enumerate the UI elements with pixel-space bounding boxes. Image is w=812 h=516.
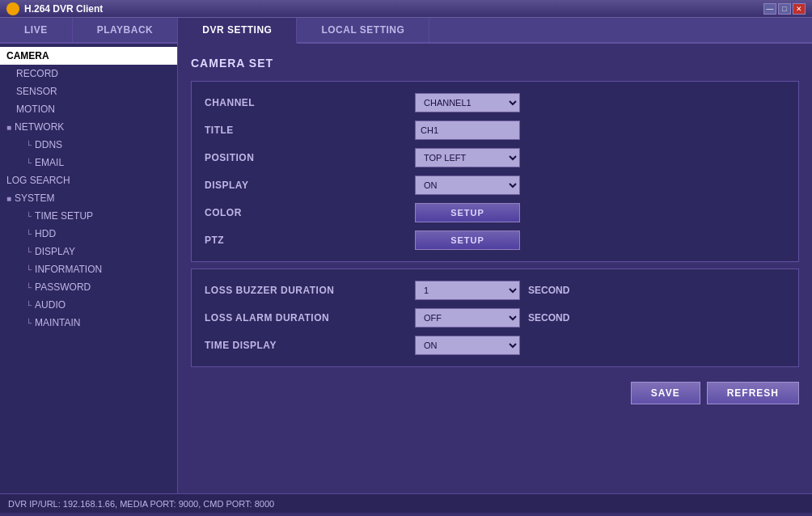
save-button[interactable]: SAVE: [631, 382, 700, 404]
title-bar: H.264 DVR Client — □ ✕: [0, 0, 812, 18]
control-display: ONOFF: [415, 176, 528, 195]
control-position: TOP LEFTTOP RIGHTBOTTOM LEFTBOTTOM RIGHT: [415, 148, 528, 167]
window-controls: — □ ✕: [763, 3, 806, 15]
sidebar-item-camera[interactable]: CAMERA: [0, 47, 177, 65]
control-color: SETUP: [415, 203, 528, 222]
sidebar: CAMERARECORDSENSORMOTION■ NETWORK└ DDNS└…: [0, 44, 178, 493]
form-row-position: POSITIONTOP LEFTTOP RIGHTBOTTOM LEFTBOTT…: [205, 148, 785, 167]
sidebar-item-sensor[interactable]: SENSOR: [0, 82, 177, 100]
unit-loss-buzzer: SECOND: [528, 285, 569, 296]
control-channel: CHANNEL1CHANNEL2CHANNEL3CHANNEL4: [415, 93, 528, 112]
content-area: CAMERA SET CHANNELCHANNEL1CHANNEL2CHANNE…: [178, 44, 812, 493]
label-display: DISPLAY: [205, 180, 415, 191]
form-row-display: DISPLAYONOFF: [205, 176, 785, 195]
control-ptz: SETUP: [415, 231, 528, 250]
refresh-button[interactable]: REFRESH: [707, 382, 799, 404]
sidebar-item-time-setup[interactable]: └ TIME SETUP: [0, 207, 177, 225]
sidebar-item-password[interactable]: └ PASSWORD: [0, 278, 177, 296]
label-ptz: PTZ: [205, 235, 415, 246]
nav-tab-dvr-setting[interactable]: DVR SETTING: [178, 18, 297, 44]
select-display[interactable]: ONOFF: [415, 176, 520, 195]
label-channel: CHANNEL: [205, 97, 415, 108]
select-loss-buzzer[interactable]: 123510OFF: [415, 281, 520, 300]
select-loss-alarm[interactable]: OFF123510: [415, 308, 520, 328]
sidebar-item-information[interactable]: └ INFORMATION: [0, 260, 177, 278]
sidebar-item-audio[interactable]: └ AUDIO: [0, 296, 177, 314]
input-title[interactable]: [415, 121, 520, 140]
label-loss-alarm: LOSS ALARM DURATION: [205, 312, 415, 324]
status-text: DVR IP/URL: 192.168.1.66, MEDIA PORT: 90…: [8, 499, 274, 509]
label-title: TITLE: [205, 125, 415, 136]
app-title: H.264 DVR Client: [24, 3, 763, 15]
sidebar-item-hdd[interactable]: └ HDD: [0, 225, 177, 243]
sidebar-item-motion[interactable]: MOTION: [0, 100, 177, 118]
nav-tab-playback[interactable]: PLAYBACK: [73, 18, 179, 42]
form-row-title: TITLE: [205, 121, 785, 140]
label-color: COLOR: [205, 207, 415, 218]
sidebar-item-network[interactable]: ■ NETWORK: [0, 118, 177, 136]
minimize-button[interactable]: —: [763, 3, 776, 15]
maximize-button[interactable]: □: [778, 3, 791, 15]
sidebar-item-maintain[interactable]: └ MAINTAIN: [0, 314, 177, 332]
action-buttons: SAVE REFRESH: [191, 374, 799, 408]
select-time-display[interactable]: ONOFF: [415, 336, 520, 355]
close-button[interactable]: ✕: [793, 3, 806, 15]
status-bar: DVR IP/URL: 192.168.1.66, MEDIA PORT: 90…: [0, 493, 812, 513]
form-row-loss-buzzer: LOSS BUZZER DURATION123510OFFSECOND: [205, 281, 785, 300]
sidebar-item-record[interactable]: RECORD: [0, 65, 177, 82]
unit-loss-alarm: SECOND: [528, 312, 569, 324]
app-icon: [6, 2, 19, 15]
label-loss-buzzer: LOSS BUZZER DURATION: [205, 285, 415, 296]
page-title: CAMERA SET: [191, 57, 799, 70]
sidebar-item-display[interactable]: └ DISPLAY: [0, 243, 177, 260]
sidebar-item-email[interactable]: └ EMAIL: [0, 154, 177, 171]
select-channel[interactable]: CHANNEL1CHANNEL2CHANNEL3CHANNEL4: [415, 93, 520, 112]
form-row-ptz: PTZSETUP: [205, 231, 785, 250]
setup-btn-color[interactable]: SETUP: [415, 203, 520, 222]
sidebar-item-system[interactable]: ■ SYSTEM: [0, 189, 177, 207]
nav-tab-local-setting[interactable]: LOCAL SETTING: [297, 18, 429, 42]
form-panel-1: CHANNELCHANNEL1CHANNEL2CHANNEL3CHANNEL4T…: [191, 81, 799, 262]
select-position[interactable]: TOP LEFTTOP RIGHTBOTTOM LEFTBOTTOM RIGHT: [415, 148, 520, 167]
sidebar-item-log-search[interactable]: LOG SEARCH: [0, 171, 177, 189]
form-panel-2: LOSS BUZZER DURATION123510OFFSECONDLOSS …: [191, 269, 799, 367]
form-row-color: COLORSETUP: [205, 203, 785, 222]
nav-tabs: LIVEPLAYBACKDVR SETTINGLOCAL SETTING: [0, 18, 812, 44]
control-title: [415, 121, 528, 140]
nav-tab-live[interactable]: LIVE: [0, 18, 73, 42]
label-time-display: TIME DISPLAY: [205, 340, 415, 351]
sidebar-item-ddns[interactable]: └ DDNS: [0, 136, 177, 154]
form-row-time-display: TIME DISPLAYONOFF: [205, 336, 785, 355]
form-row-loss-alarm: LOSS ALARM DURATIONOFF123510SECOND: [205, 308, 785, 328]
setup-btn-ptz[interactable]: SETUP: [415, 231, 520, 250]
form-row-channel: CHANNELCHANNEL1CHANNEL2CHANNEL3CHANNEL4: [205, 93, 785, 112]
label-position: POSITION: [205, 152, 415, 163]
